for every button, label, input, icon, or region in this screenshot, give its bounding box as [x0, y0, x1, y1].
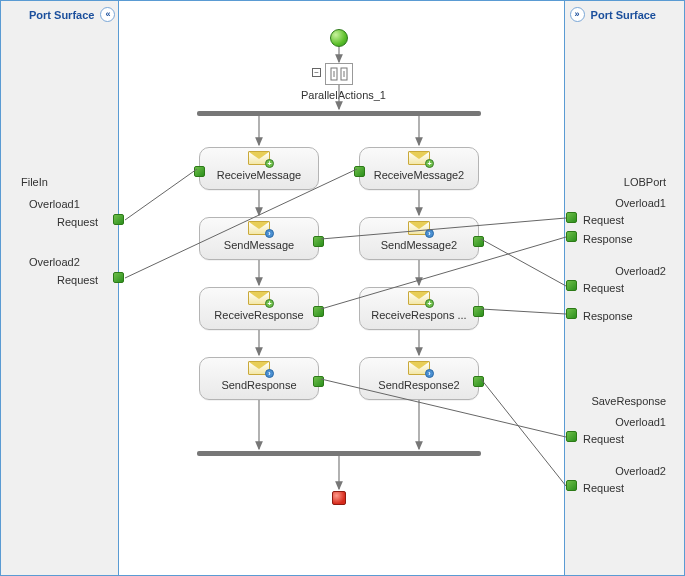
receive-message2-shape[interactable]: + ReceiveMessage2 [359, 147, 479, 190]
filein-op1-request[interactable]: Request [57, 216, 98, 228]
svg-line-22 [481, 379, 566, 486]
lob-op1-req-connector[interactable] [566, 212, 577, 223]
receive-icon: + [248, 151, 270, 165]
lob-op1[interactable]: Overload1 [615, 197, 666, 209]
save-op1-req-connector[interactable] [566, 431, 577, 442]
port-surface-left[interactable]: Port Surface « [1, 1, 119, 575]
collapse-right-icon[interactable]: » [570, 7, 585, 22]
send-icon: › [248, 221, 270, 235]
send-message2-shape[interactable]: › SendMessage2 [359, 217, 479, 260]
receive-response2-label: ReceiveRespons ... [371, 309, 466, 321]
receive-response-label: ReceiveResponse [214, 309, 303, 321]
orchestration-designer[interactable]: Port Surface « FileIn Overload1 Request … [0, 0, 685, 576]
send-message-label: SendMessage [224, 239, 294, 251]
send-response-shape[interactable]: › SendResponse [199, 357, 319, 400]
parallel-actions-icon[interactable] [325, 63, 353, 85]
svg-line-20 [481, 309, 566, 314]
port-filein-title[interactable]: FileIn [21, 176, 48, 188]
start-shape[interactable] [330, 29, 348, 47]
save-op1[interactable]: Overload1 [615, 416, 666, 428]
svg-line-19 [481, 239, 566, 286]
collapse-toggle-icon[interactable]: − [312, 68, 321, 77]
receive-icon: + [408, 291, 430, 305]
send-icon: › [408, 221, 430, 235]
receive-message-label: ReceiveMessage [217, 169, 301, 181]
filein-op2-request[interactable]: Request [57, 274, 98, 286]
send-message2-label: SendMessage2 [381, 239, 457, 251]
send-icon: › [248, 361, 270, 375]
send-response-label: SendResponse [221, 379, 296, 391]
send-icon: › [408, 361, 430, 375]
filein-op1[interactable]: Overload1 [29, 198, 80, 210]
receive-response2-port[interactable] [473, 306, 484, 317]
lob-op1-res-connector[interactable] [566, 231, 577, 242]
svg-line-15 [125, 169, 197, 220]
lob-op2-req[interactable]: Request [583, 282, 624, 294]
lob-op2[interactable]: Overload2 [615, 265, 666, 277]
collapse-left-icon[interactable]: « [100, 7, 115, 22]
save-op2-req[interactable]: Request [583, 482, 624, 494]
port-lob-title[interactable]: LOBPort [624, 176, 666, 188]
end-shape[interactable] [332, 491, 346, 505]
port-surface-right-title: Port Surface [591, 9, 656, 21]
lob-op1-req[interactable]: Request [583, 214, 624, 226]
send-message-shape[interactable]: › SendMessage [199, 217, 319, 260]
send-response-port[interactable] [313, 376, 324, 387]
parallel-actions-label: ParallelActions_1 [301, 89, 386, 101]
receive-response-port[interactable] [313, 306, 324, 317]
send-response2-port[interactable] [473, 376, 484, 387]
fork-bar [197, 111, 481, 116]
lob-op2-res[interactable]: Response [583, 310, 633, 322]
receive-icon: + [408, 151, 430, 165]
join-bar [197, 451, 481, 456]
receive-response2-shape[interactable]: + ReceiveRespons ... [359, 287, 479, 330]
port-save-title[interactable]: SaveResponse [591, 395, 666, 407]
receive-message-port[interactable] [194, 166, 205, 177]
save-op1-req[interactable]: Request [583, 433, 624, 445]
receive-response-shape[interactable]: + ReceiveResponse [199, 287, 319, 330]
receive-message-shape[interactable]: + ReceiveMessage [199, 147, 319, 190]
send-response2-shape[interactable]: › SendResponse2 [359, 357, 479, 400]
receive-message2-port[interactable] [354, 166, 365, 177]
port-surface-left-title: Port Surface [29, 9, 94, 21]
send-response2-label: SendResponse2 [378, 379, 459, 391]
lob-op2-res-connector[interactable] [566, 308, 577, 319]
lob-op1-res[interactable]: Response [583, 233, 633, 245]
receive-message2-label: ReceiveMessage2 [374, 169, 465, 181]
filein-op2-connector[interactable] [113, 272, 124, 283]
send-message-port[interactable] [313, 236, 324, 247]
filein-op2[interactable]: Overload2 [29, 256, 80, 268]
lob-op2-req-connector[interactable] [566, 280, 577, 291]
filein-op1-connector[interactable] [113, 214, 124, 225]
port-surface-right[interactable]: Port Surface » [564, 1, 684, 575]
save-op2[interactable]: Overload2 [615, 465, 666, 477]
send-message2-port[interactable] [473, 236, 484, 247]
save-op2-req-connector[interactable] [566, 480, 577, 491]
receive-icon: + [248, 291, 270, 305]
